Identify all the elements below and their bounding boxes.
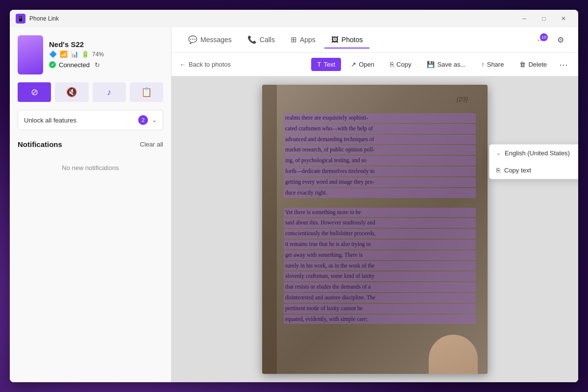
share-icon: ↑ [481,61,485,68]
maximize-button[interactable]: □ [535,12,553,25]
text-line-17: disinterested and austere discipline. Th… [284,293,476,303]
nav-apps[interactable]: ⊞ Apps [284,31,322,49]
text-highlight-area: realms there are exquisitely sophisti- c… [284,113,476,344]
notifications-title: Notifications [18,140,62,148]
save-label: Save as... [437,61,466,68]
text-line-19: equated, evidently, with simple care; [284,315,476,324]
photos-icon: 🖼 [331,35,339,44]
notifications-header: Notifications Clear all [18,140,163,148]
bluetooth-icon: 🔷 [49,50,57,58]
text-line-9: Yet there is something more to be [284,208,476,218]
book-photo: {23} realms there are exquisitely sophis… [262,85,488,374]
text-line-13: get away with something. There is [284,250,476,260]
nav-calls[interactable]: 📞 Calls [241,31,282,49]
page-number: {23} [457,96,468,103]
language-selector[interactable]: ⌄ English (United States) [490,145,578,162]
battery-percentage: 74% [92,51,104,58]
device-status-icons: 🔷 📶 📊 🔋 74% [49,50,163,58]
text-line-16: that resists or eludes the demands of a [284,282,476,292]
clear-all-button[interactable]: Clear all [140,141,163,148]
open-button[interactable]: ↗ Open [345,58,380,71]
signal-icon: 📊 [71,50,78,58]
sidebar: Ned's S22 🔷 📶 📊 🔋 74% Connected ↻ [10,27,172,382]
device-section: Ned's S22 🔷 📶 📊 🔋 74% Connected ↻ [18,35,163,74]
text-label: Text [323,61,335,68]
back-label: Back to photos [189,61,231,68]
action-buttons-row: ⊘ 🔇 ♪ 📋 [18,82,163,102]
nav-apps-label: Apps [300,36,316,44]
share-label: Share [487,61,504,68]
right-panel: 💬 Messages 📞 Calls ⊞ Apps 🖼 Photos [172,27,578,382]
chevron-down-icon: ⌄ [152,117,157,123]
main-content: Ned's S22 🔷 📶 📊 🔋 74% Connected ↻ [10,27,578,382]
main-window: 📱 Phone Link ─ □ ✕ Ned's S22 🔷 📶 📊 🔋 [10,10,578,382]
connected-indicator [49,61,56,68]
text-line-2: cated craftsmen who—with the help of [284,124,476,134]
open-icon: ↗ [351,61,356,68]
app-title: Phone Link [29,15,59,22]
copy-icon: ⎘ [390,61,394,68]
no-notifications-text: No new notifications [18,164,163,172]
text-line-11: conscientiously the bullshitter proceeds… [284,229,476,239]
copy-text-button[interactable]: ⎘ Copy text [490,162,578,179]
nav-messages-label: Messages [200,36,232,44]
connection-status-row: Connected ↻ [49,60,163,70]
language-label: English (United States) [505,149,570,157]
text-line-14: surely in his work, as in the work of th… [284,261,476,271]
copy-button[interactable]: ⎘ Copy [384,58,417,71]
text-button[interactable]: T Text [311,58,341,71]
refresh-button[interactable]: ↻ [93,60,102,70]
block-button[interactable]: ⊘ [18,82,51,102]
unlock-banner[interactable]: Unlock all features 2 ⌄ [18,110,163,130]
text-dropdown-menu: ⌄ English (United States) ⎘ Copy text [489,144,578,179]
unlock-badge: 2 [138,115,148,125]
settings-button[interactable]: ⚙ [553,32,568,48]
more-options-button[interactable]: ⋯ [557,58,570,72]
nav-photos[interactable]: 🖼 Photos [324,31,370,49]
back-to-photos-button[interactable]: ← Back to photos [179,61,231,68]
nav-calls-label: Calls [260,36,275,44]
minimize-button[interactable]: ─ [515,12,533,25]
messages-icon: 💬 [188,35,197,44]
nav-photos-label: Photos [342,36,363,44]
copy-text-icon: ⎘ [496,167,500,174]
save-icon: 💾 [427,61,435,68]
nav-bar: 💬 Messages 📞 Calls ⊞ Apps 🖼 Photos [172,27,578,53]
back-arrow-icon: ← [179,61,186,68]
text-icon: T [317,61,321,68]
connected-label: Connected [59,61,90,69]
share-button[interactable]: ↑ Share [475,58,510,71]
text-line-12: it remains true that he is also trying t… [284,240,476,249]
apps-icon: ⊞ [291,35,297,44]
notification-count-badge: 10 [540,33,548,41]
titlebar: 📱 Phone Link ─ □ ✕ [10,10,578,27]
text-line-8: duce exactly right. [284,188,476,198]
save-as-button[interactable]: 💾 Save as... [421,58,471,71]
text-line-18: pertinent mode of laxity cannot be [284,304,476,314]
device-thumbnail [18,35,43,74]
wifi-icon: 📶 [60,50,68,58]
delete-label: Delete [528,61,547,68]
notification-bell[interactable]: ⋯ 10 [533,32,549,48]
text-line-10: said about this. However studiously and [284,218,476,228]
delete-button[interactable]: 🗑 Delete [514,58,553,71]
mute-button[interactable]: 🔇 [55,82,88,102]
photo-viewer: ← Back to photos T Text ↗ Open ⎘ Copy [172,53,578,382]
text-line-6: forth—dedicate themselves tirelessly to [284,167,476,176]
text-line-1: realms there are exquisitely sophisti- [284,113,476,123]
copy-label: Copy [396,61,411,68]
text-line-7: getting every word and image they pro- [284,177,476,187]
app-icon: 📱 [16,14,25,24]
text-line-15: slovenly craftsman, some kind of laxity [284,271,476,281]
text-line-3: advanced and demanding techniques of [284,135,476,145]
open-label: Open [359,61,374,68]
music-button[interactable]: ♪ [93,82,126,102]
text-line-5: ing, of psychological testing, and so [284,156,476,166]
trash-icon: 🗑 [519,61,526,68]
chevron-right-icon: ⌄ [496,150,501,156]
copy-text-label: Copy text [504,167,531,174]
page-edge [262,85,277,374]
close-button[interactable]: ✕ [555,12,572,25]
nav-messages[interactable]: 💬 Messages [181,31,239,49]
clipboard-button[interactable]: 📋 [130,82,163,102]
